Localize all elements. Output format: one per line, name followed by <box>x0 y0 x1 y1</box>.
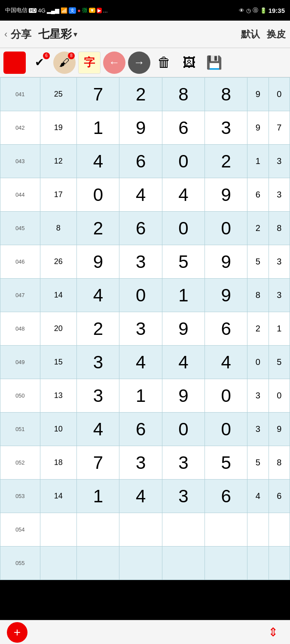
table-cell <box>162 547 205 580</box>
table-cell: 8 <box>247 279 269 312</box>
table-cell <box>247 513 269 547</box>
clock-icon: ◷ <box>246 7 251 14</box>
table-cell: 14 <box>40 480 77 513</box>
table-row: 055 <box>0 547 290 580</box>
table-cell: 9 <box>247 78 269 111</box>
table-cell: 4 <box>247 480 269 513</box>
brush-tool[interactable]: 🖌 8 <box>53 52 76 74</box>
table-cell <box>77 547 119 580</box>
table-cell: 4 <box>119 178 162 212</box>
default-button[interactable]: 默认 <box>241 28 260 41</box>
table-cell: 2 <box>119 78 162 111</box>
table-cell: 8 <box>205 78 247 111</box>
back-arrow-icon: ← <box>109 56 120 69</box>
bottom-bar: + ⇕ <box>0 620 290 644</box>
table-cell: 4 <box>205 346 247 379</box>
table-row: 04714401983 <box>0 279 290 312</box>
table-cell <box>119 547 162 580</box>
table-cell: 4 <box>77 413 119 446</box>
table-cell: 053 <box>0 480 40 513</box>
add-button[interactable]: + <box>7 622 27 643</box>
table-cell: 20 <box>40 312 77 346</box>
trash-button[interactable]: 🗑 <box>153 52 175 74</box>
char-icon: 字 <box>84 55 95 70</box>
table-row: 04820239621 <box>0 312 290 346</box>
table-cell: 4 <box>77 279 119 312</box>
table-cell: 9 <box>205 279 247 312</box>
skin-button[interactable]: 换皮 <box>267 28 286 41</box>
table-cell: 041 <box>0 78 40 111</box>
red-square-tool[interactable] <box>3 52 26 74</box>
table-cell: 045 <box>0 212 40 245</box>
table-row: 04417044963 <box>0 178 290 212</box>
photos-icon: 🖼 <box>183 55 195 70</box>
table-cell: 5 <box>205 446 247 480</box>
status-bar: 中国电信 HD 4G ▂▄▆ 📶 支 ● 微 ▼ ▶ ... 👁 ◷ Ⓑ 🔋 1… <box>0 0 290 21</box>
table-cell: 1 <box>162 279 205 312</box>
table-cell: 3 <box>119 312 162 346</box>
table-cell: 8 <box>269 212 290 245</box>
save-button[interactable]: 💾 <box>203 52 225 74</box>
more-dots: ... <box>103 7 108 14</box>
table-cell: 3 <box>162 446 205 480</box>
table-cell: 042 <box>0 111 40 145</box>
table-cell: 1 <box>269 312 290 346</box>
table-cell: 4 <box>162 178 205 212</box>
table-cell: 4 <box>162 346 205 379</box>
table-cell: 8 <box>269 446 290 480</box>
table-cell: 4 <box>119 480 162 513</box>
toolbar: ✔ 6 🖌 8 字 ← → 🗑 🖼 💾 <box>0 48 290 77</box>
table-cell: 0 <box>205 379 247 413</box>
table-cell: 9 <box>205 178 247 212</box>
add-icon: + <box>14 626 21 639</box>
table-cell: 26 <box>40 245 77 279</box>
table-cell: 050 <box>0 379 40 413</box>
table-cell: 0 <box>205 212 247 245</box>
table-cell: 6 <box>205 480 247 513</box>
check-tool[interactable]: ✔ 6 <box>28 52 51 74</box>
table-cell: 1 <box>77 480 119 513</box>
nav-bar: ‹ 分享 七星彩 ▾ 默认 换皮 <box>0 21 290 48</box>
lottery-table: 0412572889004219196397043124602130441704… <box>0 77 290 580</box>
table-cell: 0 <box>247 346 269 379</box>
char-tool[interactable]: 字 <box>78 52 101 74</box>
table-cell <box>77 513 119 547</box>
table-cell: 9 <box>162 312 205 346</box>
table-cell: 2 <box>77 212 119 245</box>
table-cell <box>205 513 247 547</box>
photos-button[interactable]: 🖼 <box>178 52 200 74</box>
table-cell: 3 <box>77 346 119 379</box>
table-cell: 047 <box>0 279 40 312</box>
sort-button[interactable]: ⇕ <box>263 622 283 643</box>
check-icon: ✔ <box>35 56 44 69</box>
table-cell: 3 <box>247 379 269 413</box>
save-icon: 💾 <box>206 55 222 70</box>
share-button[interactable]: 分享 <box>11 27 31 41</box>
table-cell: 5 <box>247 245 269 279</box>
brush-badge: 8 <box>68 52 75 59</box>
table-cell <box>205 547 247 580</box>
table-cell: 25 <box>40 78 77 111</box>
table-cell: 051 <box>0 413 40 446</box>
table-cell: 043 <box>0 145 40 178</box>
table-cell: 9 <box>162 379 205 413</box>
table-cell: 9 <box>77 245 119 279</box>
table-row: 04312460213 <box>0 145 290 178</box>
table-cell: 0 <box>162 212 205 245</box>
table-cell: 3 <box>77 379 119 413</box>
table-row: 054 <box>0 513 290 547</box>
table-cell: 055 <box>0 547 40 580</box>
table-cell: 6 <box>205 312 247 346</box>
check-badge: 6 <box>43 52 50 59</box>
redo-button[interactable]: → <box>128 52 150 74</box>
table-cell: 1 <box>77 111 119 145</box>
table-cell <box>269 547 290 580</box>
table-cell: 0 <box>77 178 119 212</box>
undo-button[interactable]: ← <box>103 52 125 74</box>
table-row: 04125728890 <box>0 78 290 111</box>
title-dropdown-arrow[interactable]: ▾ <box>73 30 77 39</box>
table-row: 05314143646 <box>0 480 290 513</box>
back-button[interactable]: ‹ <box>4 29 7 40</box>
table-cell: 0 <box>162 413 205 446</box>
table-cell: 4 <box>77 145 119 178</box>
